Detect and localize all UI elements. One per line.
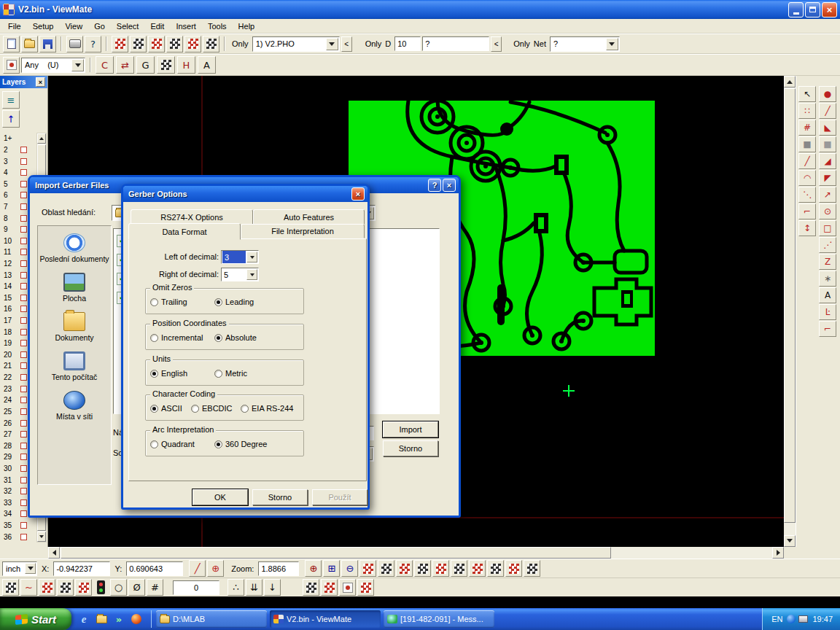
left-of-decimal-combo[interactable]: 3 bbox=[221, 250, 259, 264]
import-button[interactable]: Import bbox=[383, 421, 438, 438]
mask-pattern-button[interactable] bbox=[303, 579, 319, 596]
grid-step-value[interactable]: 0 bbox=[173, 580, 219, 595]
quicklaunch-desktop-arrows[interactable]: » bbox=[112, 612, 126, 626]
radio-selected[interactable] bbox=[150, 370, 158, 378]
radio-selected[interactable] bbox=[214, 298, 222, 306]
select-cursor-button[interactable]: ↖ bbox=[798, 86, 816, 102]
text-button[interactable]: A bbox=[819, 287, 836, 303]
move-vertical-button[interactable]: ↕ bbox=[798, 220, 816, 236]
line-draw-button[interactable]: ╱ bbox=[798, 153, 816, 169]
layer-color-box[interactable] bbox=[20, 386, 27, 392]
context-help-button[interactable]: ? bbox=[85, 36, 101, 52]
show-polarity-button[interactable] bbox=[166, 36, 183, 52]
radio-unselected[interactable] bbox=[150, 298, 158, 306]
layer-table-button[interactable]: ≡ bbox=[2, 91, 20, 109]
layer-color-box[interactable] bbox=[20, 215, 27, 222]
view-negative-button[interactable] bbox=[451, 560, 467, 577]
gerber-tool-button[interactable]: G bbox=[136, 56, 155, 74]
radio-selected[interactable] bbox=[150, 405, 158, 413]
show-traces-button[interactable] bbox=[148, 36, 165, 52]
show-dcodes-button[interactable] bbox=[184, 36, 201, 52]
scroll-up-button[interactable] bbox=[784, 76, 796, 88]
new-file-button[interactable] bbox=[3, 36, 20, 52]
radio-option[interactable]: Absolute bbox=[214, 332, 257, 343]
zoom-out-button[interactable]: ⊖ bbox=[341, 560, 358, 577]
start-button[interactable]: Start bbox=[0, 608, 71, 630]
l-shape-button[interactable]: Ŀ bbox=[819, 304, 836, 320]
step-down-button[interactable]: ⇊ bbox=[246, 579, 262, 596]
triangle-right-button[interactable]: ◢ bbox=[819, 153, 836, 169]
layer-color-box[interactable] bbox=[20, 283, 27, 289]
menu-tools[interactable]: Tools bbox=[202, 20, 233, 32]
aperture-combo-dropdown[interactable] bbox=[71, 59, 84, 71]
menu-go[interactable]: Go bbox=[88, 20, 111, 32]
circle-select-button[interactable]: ○ bbox=[110, 579, 127, 596]
units-dropdown[interactable] bbox=[25, 563, 36, 574]
pad-pair-button[interactable]: ∷ bbox=[798, 103, 816, 119]
radio-unselected[interactable] bbox=[214, 370, 222, 378]
tab-rs274x-options[interactable]: RS274-X Options bbox=[131, 209, 253, 225]
show-pads-button[interactable] bbox=[130, 36, 147, 52]
filled-rect-button[interactable]: ■ bbox=[798, 136, 816, 152]
previous-dcode-button[interactable]: < bbox=[491, 36, 502, 52]
menu-help[interactable]: Help bbox=[233, 20, 261, 32]
vertical-scrollbar[interactable] bbox=[784, 76, 796, 547]
layer-color-box[interactable] bbox=[20, 203, 27, 210]
layer-color-box[interactable] bbox=[20, 158, 27, 165]
rectangle-button[interactable]: ■ bbox=[819, 136, 836, 152]
pad-button[interactable]: ● bbox=[819, 86, 836, 102]
layers-scroll-down-button[interactable] bbox=[37, 532, 46, 542]
drop-marker-button[interactable]: ↓ bbox=[264, 579, 281, 596]
layer-row[interactable]: 1+ bbox=[1, 133, 36, 144]
view-draw-button[interactable] bbox=[414, 560, 431, 577]
layer-color-box[interactable] bbox=[20, 169, 27, 176]
aperture-combo[interactable]: Any (U) bbox=[21, 58, 85, 73]
layer-color-box[interactable] bbox=[20, 408, 27, 415]
vector-button[interactable]: ↗ bbox=[819, 187, 836, 203]
route-pattern-button[interactable] bbox=[75, 579, 92, 596]
layer-color-box[interactable] bbox=[20, 249, 27, 255]
layer-color-box[interactable] bbox=[20, 443, 27, 449]
restore-button[interactable] bbox=[805, 2, 820, 18]
layer-color-box[interactable] bbox=[20, 295, 27, 301]
view-pads-button[interactable] bbox=[359, 560, 376, 577]
layer-color-box[interactable] bbox=[20, 510, 27, 517]
dcode-input[interactable]: 10 bbox=[394, 36, 421, 51]
save-button[interactable] bbox=[39, 36, 56, 52]
import-dialog-close-button[interactable]: × bbox=[443, 179, 456, 192]
horizontal-scrollbar[interactable] bbox=[48, 547, 784, 559]
hook-button[interactable]: ⌐ bbox=[819, 321, 836, 337]
zoom-window-button[interactable]: ⊞ bbox=[323, 560, 340, 577]
layer-color-box[interactable] bbox=[20, 454, 27, 460]
view-traces-button[interactable] bbox=[378, 560, 394, 577]
flash-mode-button[interactable] bbox=[3, 57, 20, 74]
layer-color-box[interactable] bbox=[20, 340, 27, 346]
outline-rect-button[interactable]: □ bbox=[819, 220, 836, 236]
menu-setup[interactable]: Setup bbox=[27, 20, 60, 32]
dot-diagonal-button[interactable]: ⋰ bbox=[819, 237, 836, 253]
ok-button[interactable]: OK bbox=[192, 489, 248, 505]
scroll-right-button[interactable] bbox=[772, 547, 784, 559]
tab-file-interpretation[interactable]: File Interpretation bbox=[241, 224, 365, 238]
corner-button[interactable]: ⌐ bbox=[798, 203, 816, 219]
quicklaunch-explorer-folder[interactable] bbox=[94, 612, 109, 626]
net-trace-button[interactable]: ~ bbox=[20, 579, 37, 596]
import-cancel-button[interactable]: Storno bbox=[383, 440, 438, 456]
layer-color-box[interactable] bbox=[20, 147, 27, 153]
menu-file[interactable]: File bbox=[2, 20, 27, 32]
menu-view[interactable]: View bbox=[59, 20, 88, 32]
radio-unselected[interactable] bbox=[241, 405, 249, 413]
layer-combo[interactable]: 1) V2.PHO bbox=[252, 36, 340, 52]
layer-color-box[interactable] bbox=[20, 351, 27, 358]
h-tool-button[interactable]: H bbox=[177, 56, 195, 74]
layer-color-box[interactable] bbox=[20, 329, 27, 335]
layer-color-box[interactable] bbox=[20, 260, 27, 267]
radio-option[interactable]: Quadrant bbox=[150, 439, 195, 449]
tab-auto-features[interactable]: Auto Features bbox=[253, 209, 365, 225]
gerber-dialog-close-button[interactable]: × bbox=[351, 187, 365, 201]
layer-color-box[interactable] bbox=[20, 238, 27, 244]
clock[interactable]: 19:47 bbox=[812, 615, 833, 623]
net-combo-dropdown[interactable] bbox=[606, 38, 618, 50]
pattern-tool-button[interactable] bbox=[157, 56, 175, 74]
mixed-pattern-button[interactable] bbox=[357, 579, 374, 596]
